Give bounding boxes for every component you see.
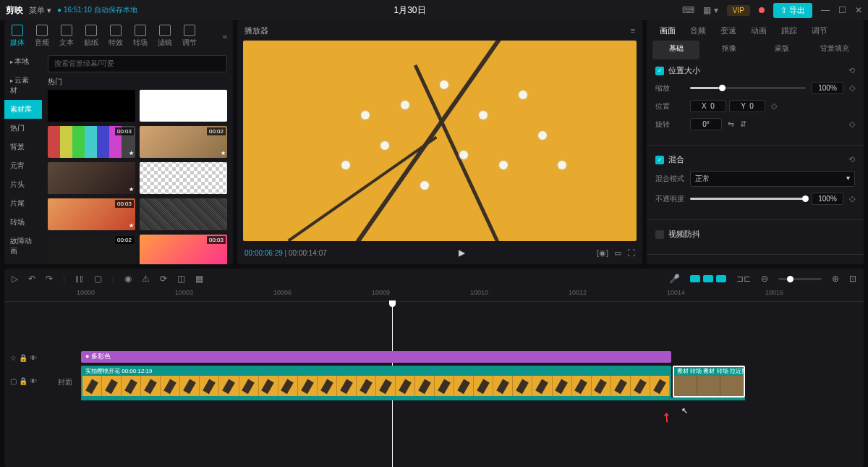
filter-clip[interactable]: ● 多彩色 <box>81 351 671 363</box>
video-clip-1[interactable]: 实拍樱桃开花 00:00:12:19 <box>81 366 671 397</box>
play-button[interactable]: ▶ <box>333 248 591 258</box>
close-icon[interactable]: ✕ <box>855 5 862 15</box>
fit-icon[interactable]: ⊡ <box>849 274 856 284</box>
sidebar-item-热门[interactable]: 热门 <box>4 119 42 138</box>
zoom-slider[interactable] <box>778 278 822 280</box>
rotate-label: 旋转 <box>655 119 684 130</box>
video-clip-2[interactable]: 素材 转场 素材 转场 拉近拉大树 00 <box>673 366 745 397</box>
crop-icon[interactable]: ◫ <box>177 274 185 284</box>
right-tab-音频[interactable]: 音频 <box>683 22 713 39</box>
safe-area-icon[interactable]: [◉] <box>597 248 608 258</box>
media-thumb[interactable]: 00:02★ <box>140 126 227 158</box>
reset-icon[interactable]: ⟲ <box>848 66 855 75</box>
magnet-icon[interactable]: ⊐⊏ <box>736 274 751 284</box>
ruler-tick: 10012 <box>569 289 667 301</box>
warning-icon[interactable]: ⚠ <box>142 274 150 284</box>
keyframe-icon[interactable]: ◇ <box>849 194 855 203</box>
sidebar-item-元宵[interactable]: 元宵 <box>4 156 42 175</box>
sidebar-item-故障动画[interactable]: 故障动画 <box>4 232 42 261</box>
scale-slider[interactable] <box>690 87 806 89</box>
sidebar-item-云素材[interactable]: 云素材 <box>4 71 42 100</box>
track-controls[interactable]: ▢ 🔒 👁 <box>10 377 37 385</box>
minimize-icon[interactable]: — <box>821 5 830 15</box>
top-tab-音频[interactable]: 音频 <box>35 25 49 48</box>
sub-tab-蒙版[interactable]: 蒙版 <box>758 41 805 59</box>
frame-icon[interactable]: ▦ <box>195 274 203 284</box>
collapse-icon[interactable]: « <box>223 32 227 41</box>
preview-menu-icon[interactable]: ≡ <box>631 26 635 35</box>
media-thumb[interactable]: ★ <box>48 162 135 194</box>
sidebar-item-背景[interactable]: 背景 <box>4 138 42 156</box>
media-thumb[interactable]: 00:02 <box>48 235 135 264</box>
sidebar-item-片头[interactable]: 片头 <box>4 175 42 194</box>
sub-tab-背景填充[interactable]: 背景填充 <box>811 41 858 59</box>
keyframe-icon[interactable]: ◇ <box>849 119 855 129</box>
ruler-tick: 10000 <box>77 289 175 301</box>
sidebar-item-本地[interactable]: 本地 <box>4 52 42 71</box>
mic-icon[interactable]: 🎤 <box>669 274 680 284</box>
scale-value[interactable]: 100% <box>812 82 843 94</box>
media-thumb[interactable]: 00:03★ <box>48 126 135 158</box>
stabilize-checkbox[interactable] <box>655 230 664 239</box>
split-tool[interactable]: ⫿⫿ <box>75 274 84 284</box>
right-tab-变速[interactable]: 变速 <box>713 22 744 39</box>
opacity-slider[interactable] <box>690 198 806 200</box>
reset-icon[interactable]: ⟲ <box>848 155 855 164</box>
redo-icon[interactable]: ↷ <box>46 274 53 284</box>
media-thumb[interactable] <box>48 90 135 122</box>
menu-button[interactable]: 菜单 ▾ <box>29 5 51 16</box>
right-tab-调节[interactable]: 调节 <box>804 22 835 39</box>
media-thumb[interactable]: 00:03★ <box>48 198 135 230</box>
pos-size-checkbox[interactable]: ✓ <box>655 67 664 75</box>
top-tab-转场[interactable]: 转场 <box>133 25 148 48</box>
top-tab-特效[interactable]: 特效 <box>109 25 123 48</box>
keyframe-icon[interactable]: ◇ <box>771 101 777 111</box>
zoom-out-icon[interactable]: ⊖ <box>761 274 768 284</box>
maximize-icon[interactable]: ☐ <box>838 5 846 15</box>
track-controls[interactable]: ☆ 🔒 👁 <box>10 354 37 362</box>
preview-canvas[interactable] <box>243 41 637 241</box>
sidebar-item-空镜[interactable]: 空镜 <box>4 261 42 264</box>
select-tool[interactable]: ▷ <box>12 274 18 284</box>
vip-badge[interactable]: VIP <box>727 5 750 16</box>
sidebar-item-转场[interactable]: 转场 <box>4 213 42 232</box>
media-thumb[interactable] <box>140 162 227 194</box>
export-button[interactable]: ⇧ 导出 <box>773 3 812 18</box>
right-tab-动画[interactable]: 动画 <box>744 22 774 39</box>
ratio-icon[interactable]: ▭ <box>614 248 621 258</box>
shortcut-icon[interactable]: ⌨ <box>682 5 694 15</box>
cover-label[interactable]: 封面 <box>58 377 72 387</box>
flip-h-icon[interactable]: ⇋ <box>728 119 734 129</box>
delete-tool[interactable]: ▢ <box>94 274 102 284</box>
sub-tab-基础[interactable]: 基础 <box>652 41 699 59</box>
refresh-icon[interactable]: ⟳ <box>160 274 167 284</box>
sidebar-item-素材库[interactable]: 素材库 <box>4 100 42 119</box>
sidebar-item-片尾[interactable]: 片尾 <box>4 194 42 213</box>
undo-icon[interactable]: ↶ <box>28 274 35 284</box>
pos-x-input[interactable]: X 0 <box>690 100 726 112</box>
top-tab-滤镜[interactable]: 滤镜 <box>158 25 172 48</box>
right-tab-画面[interactable]: 画面 <box>652 22 683 39</box>
top-tab-文本[interactable]: 文本 <box>59 25 74 48</box>
opacity-value[interactable]: 100% <box>812 193 843 205</box>
rotate-value[interactable]: 0° <box>690 118 722 130</box>
record-icon[interactable]: ◉ <box>124 274 132 284</box>
right-tab-跟踪[interactable]: 跟踪 <box>774 22 804 39</box>
blend-mode-select[interactable]: 正常 ▾ <box>690 171 855 187</box>
search-input[interactable]: 搜索背景绿幕/可爱 <box>48 55 227 72</box>
top-tab-调节[interactable]: 调节 <box>182 25 197 48</box>
media-thumb[interactable] <box>140 90 227 122</box>
top-tab-媒体[interactable]: 媒体 <box>10 25 25 48</box>
media-thumb[interactable]: 00:03 <box>140 235 227 264</box>
keyframe-icon[interactable]: ◇ <box>849 83 855 93</box>
track-link-icons[interactable] <box>690 275 726 282</box>
layout-icon[interactable]: ▦ ▾ <box>703 5 718 15</box>
blend-checkbox[interactable]: ✓ <box>655 156 664 164</box>
sub-tab-抠像[interactable]: 抠像 <box>705 41 752 59</box>
pos-y-input[interactable]: Y 0 <box>729 100 765 112</box>
fullscreen-icon[interactable]: ⛶ <box>627 248 635 257</box>
media-thumb[interactable] <box>140 198 227 230</box>
top-tab-贴纸[interactable]: 贴纸 <box>84 25 98 48</box>
zoom-in-icon[interactable]: ⊕ <box>832 274 839 284</box>
flip-v-icon[interactable]: ⇵ <box>740 119 746 129</box>
